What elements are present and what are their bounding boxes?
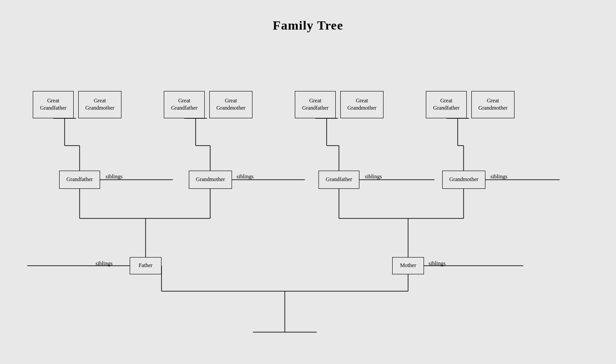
great-grandfather-maternal-left: GreatGrandfather bbox=[295, 91, 336, 118]
great-grandmother-paternal-right: GreatGrandmother bbox=[209, 91, 252, 118]
father-siblings-label: siblings bbox=[96, 260, 112, 267]
page-title: Family Tree bbox=[0, 0, 616, 33]
grandfather-paternal-siblings-label: siblings bbox=[106, 173, 122, 180]
mother-siblings-label: siblings bbox=[429, 260, 445, 267]
mother-node: Mother bbox=[392, 257, 424, 274]
great-grandfather-paternal-left: Great Grandfather bbox=[33, 91, 74, 118]
grandmother-maternal: Grandmother bbox=[442, 171, 485, 189]
page: Family Tree bbox=[0, 0, 616, 364]
grandfather-maternal: Grandfather bbox=[318, 171, 359, 189]
great-grandfather-paternal-right: GreatGrandfather bbox=[164, 91, 205, 118]
great-grandmother-maternal-left: GreatGrandmother bbox=[340, 91, 384, 118]
grandfather-paternal: Grandfather bbox=[59, 171, 100, 189]
grandmother-paternal: Grandmother bbox=[189, 171, 232, 189]
great-grandmother-paternal-left: GreatGrandmother bbox=[78, 91, 121, 118]
tree-container: Great Grandfather GreatGrandmother Great… bbox=[0, 55, 616, 364]
grandfather-maternal-siblings-label: siblings bbox=[365, 173, 382, 180]
father-node: Father bbox=[130, 257, 162, 274]
great-grandfather-maternal-right: GreatGrandfather bbox=[426, 91, 467, 118]
grandmother-paternal-siblings-label: siblings bbox=[237, 173, 253, 180]
grandmother-maternal-siblings-label: siblings bbox=[490, 173, 507, 180]
great-grandmother-maternal-right: GreatGrandmother bbox=[471, 91, 515, 118]
